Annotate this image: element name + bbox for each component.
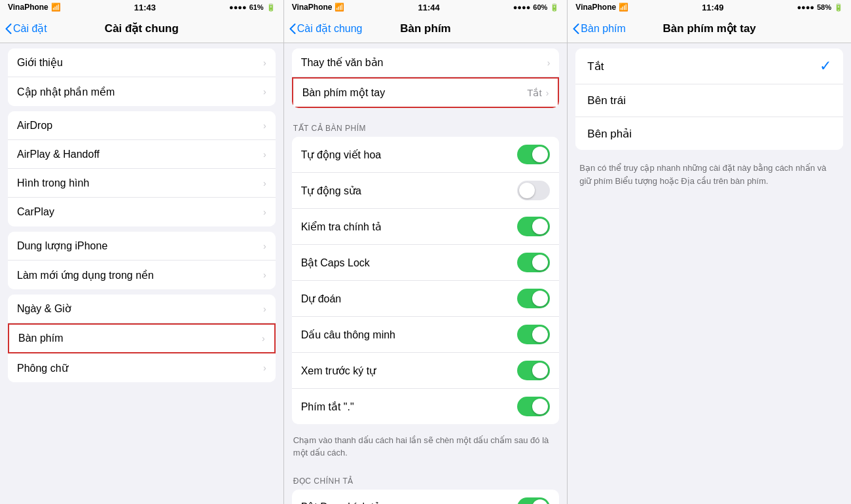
chevron-hinh: › [263,178,266,189]
wifi-icon-1: 📶 [51,3,61,12]
group-intro: Giới thiệu › Cập nhật phần mềm › [8,48,276,106]
nav-back-3[interactable]: Bàn phím [573,23,625,35]
nav-bar-3: Bàn phím Bàn phím một tay [568,14,851,43]
toggle-kiem-tra[interactable] [517,217,550,236]
group-toggles: Tự động viết hoa Tự động sửa Kiểm tra ch… [292,137,560,424]
time-3: 11:49 [702,3,723,12]
list-item-kiem-tra[interactable]: Kiểm tra chính tả [292,209,560,245]
status-bar-2: VinaPhone 📶 11:44 ●●●● 60% 🔋 [284,0,568,14]
nav-bar-1: Cài đặt Cài đặt chung [0,14,283,43]
wifi-icon-2: 📶 [335,3,344,12]
group-top-keyboard: Thay thế văn bản › Bàn phím một tay Tắt … [292,48,560,108]
toggle-knob [532,219,548,234]
list-item-gioi-thieu[interactable]: Giới thiệu › [8,48,276,77]
signal-1: ●●●● [229,3,247,11]
toggle-knob [532,363,548,378]
toggle-bat-caps-lock[interactable] [517,253,550,272]
toggle-du-doan[interactable] [517,289,550,308]
list-item-bat-doc[interactable]: Bật Đọc chính tả [292,490,560,504]
chevron-thay-the: › [547,58,551,68]
note-space: Chạm vào thanh dấu cách hai lần sẽ chèn … [284,429,568,466]
toggle-tu-dong-viet-hoa[interactable] [517,145,550,164]
chevron-ngay-gio: › [263,304,266,314]
chevron-airdrop: › [263,120,266,131]
panel-ban-phim: VinaPhone 📶 11:44 ●●●● 60% 🔋 Cài đặt chu… [284,0,568,504]
toggle-phim-tat[interactable] [517,397,550,416]
battery-icon-2: 🔋 [550,3,559,12]
list-item-dung-luong[interactable]: Dung lượng iPhone › [8,232,276,261]
list-item-thay-the[interactable]: Thay thế văn bản › [292,48,560,77]
list-item-cap-nhat[interactable]: Cập nhật phần mềm › [8,77,276,106]
list-item-tu-dong-sua[interactable]: Tự động sửa [292,173,560,209]
chevron-lam-moi: › [263,270,266,280]
chevron-airplay: › [263,149,266,160]
chevron-dung-luong: › [263,241,266,251]
time-2: 11:44 [418,3,439,12]
list-item-tu-dong-viet-hoa[interactable]: Tự động viết hoa [292,137,560,173]
nav-title-3: Bàn phím một tay [663,22,756,35]
section-all-ban-phim: TẤT CẢ BÀN PHÍM [284,113,568,137]
nav-back-2[interactable]: Cài đặt chung [289,22,363,35]
battery-3: 58% [817,3,831,11]
nav-title-2: Bàn phím [400,22,450,35]
scroll-area-3[interactable]: Tắt ✓ Bên trái Bên phải Bạn có thể truy … [568,43,851,504]
option-ben-trai[interactable]: Bên trái [575,84,843,117]
chevron-phong-chu: › [263,363,266,373]
toggle-knob [532,327,548,342]
group-options: Tắt ✓ Bên trái Bên phải [575,48,843,150]
checkmark-tat: ✓ [820,58,831,75]
status-left-2: VinaPhone 📶 [292,3,345,12]
status-bar-1: VinaPhone 📶 11:43 ●●●● 61% 🔋 [0,0,283,14]
toggle-knob [519,183,535,198]
time-1: 11:43 [134,3,156,12]
wifi-icon-3: 📶 [619,3,628,12]
list-item-dau-cau[interactable]: Dấu câu thông minh [292,317,560,353]
status-right-1: ●●●● 61% 🔋 [229,3,276,12]
signal-2: ●●●● [513,3,531,11]
status-right-3: ●●●● 58% 🔋 [797,3,843,12]
list-item-phong-chu[interactable]: Phông chữ › [8,353,276,382]
group-read: Bật Đọc chính tả [292,490,560,504]
list-item-airdrop[interactable]: AirDrop › [8,111,276,140]
scroll-area-1[interactable]: Giới thiệu › Cập nhật phần mềm › AirDrop… [0,43,283,504]
chevron-ban-phim-mot-tay: › [546,88,549,98]
group-storage: Dung lượng iPhone › Làm mới ứng dụng tro… [8,232,276,289]
list-item-xem-truoc[interactable]: Xem trước ký tự [292,353,560,389]
section-read: ĐỌC CHÍNH TẢ [284,466,568,490]
carrier-2: VinaPhone [292,3,333,12]
list-item-bat-caps-lock[interactable]: Bật Caps Lock [292,245,560,281]
option-ben-phai[interactable]: Bên phải [575,117,843,150]
list-item-du-doan[interactable]: Dự đoán [292,281,560,317]
toggle-bat-doc[interactable] [517,497,550,504]
panel-ban-phim-mot-tay: VinaPhone 📶 11:49 ●●●● 58% 🔋 Bàn phím Bà… [568,0,851,504]
signal-3: ●●●● [797,3,814,11]
toggle-tu-dong-sua[interactable] [517,181,550,200]
toggle-dau-cau[interactable] [517,325,550,344]
scroll-area-2[interactable]: Thay thế văn bản › Bàn phím một tay Tắt … [284,43,568,504]
list-item-ngay-gio[interactable]: Ngày & Giờ › [8,295,276,323]
chevron-cap-nhat: › [263,86,266,97]
status-left-3: VinaPhone 📶 [575,3,628,12]
list-item-carplay[interactable]: CarPlay › [8,198,276,226]
toggle-xem-truoc[interactable] [517,361,550,380]
toggle-knob [532,255,548,270]
battery-2: 60% [533,3,547,11]
list-item-ban-phim-mot-tay[interactable]: Bàn phím một tay Tắt › [292,77,560,108]
list-item-hinh[interactable]: Hình trong hình › [8,169,276,198]
group-keyboard: Ngày & Giờ › Bàn phím › Phông chữ › [8,295,276,382]
list-item-ban-phim[interactable]: Bàn phím › [8,323,276,353]
carrier-1: VinaPhone [8,3,48,12]
list-item-airplay[interactable]: AirPlay & Handoff › [8,140,276,169]
nav-back-label-2: Cài đặt chung [297,22,363,35]
status-bar-3: VinaPhone 📶 11:49 ●●●● 58% 🔋 [568,0,851,14]
list-item-lam-moi[interactable]: Làm mới ứng dụng trong nền › [8,261,276,289]
nav-back-1[interactable]: Cài đặt [5,22,47,35]
toggle-knob [532,499,548,504]
option-tat[interactable]: Tắt ✓ [575,48,843,84]
battery-icon-1: 🔋 [266,3,276,12]
ban-phim-value: Tắt [527,87,541,99]
battery-icon-3: 🔋 [834,3,843,12]
carrier-3: VinaPhone [575,3,616,12]
list-item-phim-tat[interactable]: Phím tắt "." [292,389,560,424]
toggle-knob [532,399,548,414]
